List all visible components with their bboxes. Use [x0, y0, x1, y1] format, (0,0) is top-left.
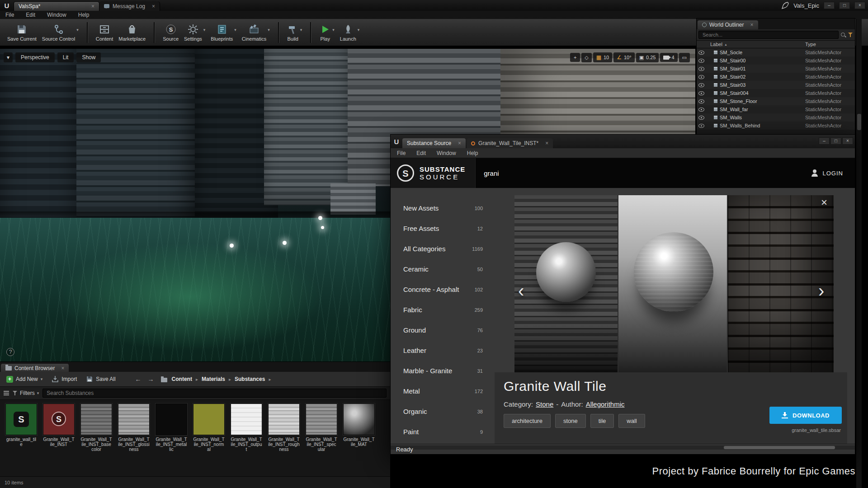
chevron-down-icon[interactable]: ▾	[203, 28, 206, 32]
tab-content-browser[interactable]: Content Browser ×	[1, 364, 69, 373]
tag-architecture[interactable]: architecture	[504, 414, 551, 428]
preview-image-center[interactable]	[618, 195, 727, 372]
eye-icon[interactable]	[698, 75, 704, 79]
login-button[interactable]: LOGIN	[811, 169, 855, 177]
menu-item-file[interactable]: File	[5, 12, 14, 18]
category-item[interactable]: Metal172	[391, 381, 491, 401]
category-item[interactable]: Ground76	[391, 320, 491, 340]
rotate-tool-button[interactable]: ◇	[581, 53, 591, 62]
close-icon[interactable]: ×	[88, 3, 94, 9]
save-current-button[interactable]: Save Current	[5, 23, 39, 42]
marketplace-button[interactable]: Marketplace	[116, 23, 148, 42]
filters-button[interactable]: Filters ▾	[13, 390, 39, 396]
tag-tile[interactable]: tile	[590, 414, 614, 428]
outliner-search-input[interactable]	[698, 31, 839, 39]
tab-world-outliner[interactable]: World Outliner ×	[698, 20, 758, 29]
preview-image-left[interactable]	[514, 195, 618, 372]
table-row[interactable]: SM_Stair03StaticMeshActor	[697, 81, 855, 89]
list-item[interactable]: Granite_Wall_Tile_INST_normal	[193, 404, 225, 473]
list-item[interactable]: Granite_Wall_Tile_INST_glossiness	[118, 404, 150, 473]
play-button[interactable]: Play ▾	[316, 23, 337, 42]
table-row[interactable]: SM_WallsStaticMeshActor	[697, 113, 855, 122]
list-item[interactable]: Sgranite_wall_tile	[5, 404, 37, 473]
chevron-down-icon[interactable]: ▾	[76, 28, 79, 32]
category-item[interactable]: Paint9	[391, 422, 491, 442]
menu-item-edit[interactable]: Edit	[416, 150, 426, 156]
view-options-icon[interactable]	[4, 391, 9, 395]
list-item[interactable]: Granite_Wall_Tile_INST_output	[231, 404, 262, 473]
list-item[interactable]: Granite_Wall_Tile_INST_specular	[306, 404, 337, 473]
breadcrumb-materials[interactable]: Materials	[200, 375, 227, 383]
build-button[interactable]: Build ▾	[284, 23, 305, 42]
table-row[interactable]: SM_Stair02StaticMeshActor	[697, 73, 855, 81]
menu-item-file[interactable]: File	[397, 150, 406, 156]
category-item[interactable]: Fabric259	[391, 300, 491, 320]
asset-search-input[interactable]	[42, 389, 387, 398]
chevron-down-icon[interactable]: ▾	[358, 28, 360, 32]
tab-message-log[interactable]: Message Log ×	[99, 1, 160, 11]
minimize-button[interactable]: –	[819, 137, 830, 145]
eye-icon[interactable]	[698, 91, 704, 95]
close-icon[interactable]: ×	[57, 365, 64, 371]
breadcrumb-substances[interactable]: Substances	[233, 375, 267, 383]
help-icon[interactable]: ?	[6, 348, 14, 356]
tab-valsspa[interactable]: ValsSpa* ×	[14, 1, 99, 11]
tab-granite-wall-tile-inst[interactable]: Granite_Wall_Tile_INST* ×	[467, 138, 553, 148]
chevron-down-icon[interactable]: ▾	[234, 28, 236, 32]
category-item[interactable]: Organic38	[391, 401, 491, 422]
launch-button[interactable]: Launch ▾	[337, 23, 363, 42]
eye-icon[interactable]	[698, 108, 704, 112]
blueprints-button[interactable]: Blueprints ▾	[208, 23, 239, 42]
outliner-filter-icon[interactable]	[848, 33, 853, 38]
menu-item-window[interactable]: Window	[437, 150, 456, 156]
show-dropdown[interactable]: Show	[76, 52, 101, 62]
save-all-button[interactable]: Save All	[82, 374, 119, 385]
grid-snap-button[interactable]: ▦ 10	[593, 52, 613, 62]
author-link[interactable]: Allegorithmic	[586, 400, 625, 408]
source-button[interactable]: S Source	[160, 23, 181, 42]
list-item[interactable]: Granite_Wall_Tile_INST_metallic	[156, 404, 187, 473]
scrollbar-thumb[interactable]	[857, 114, 861, 130]
close-button[interactable]: ×	[854, 2, 865, 9]
chevron-down-icon[interactable]: ▾	[300, 28, 302, 32]
category-item[interactable]: New Assets100	[391, 198, 491, 218]
camera-speed-button[interactable]: 4	[660, 53, 677, 62]
add-new-button[interactable]: + Add New ▾	[3, 374, 46, 385]
table-row[interactable]: SM_Stair004StaticMeshActor	[697, 89, 855, 97]
category-item[interactable]: Concrete - Asphalt102	[391, 279, 491, 300]
category-link[interactable]: Stone	[536, 400, 553, 408]
carousel-next-arrow[interactable]: ›	[818, 284, 824, 297]
list-item[interactable]: SGranite_Wall_Tile_INST	[43, 404, 75, 473]
scale-snap-button[interactable]: ▣ 0.25	[636, 53, 659, 62]
settings-button[interactable]: Settings ▾	[181, 23, 208, 42]
maximize-button[interactable]: □	[839, 2, 850, 9]
close-icon[interactable]: ×	[148, 3, 155, 9]
category-item[interactable]: Free Assets12	[391, 218, 491, 239]
back-button[interactable]: ←	[133, 375, 144, 384]
table-row[interactable]: SM_Walls_BehindStaticMeshActor	[697, 122, 855, 130]
perspective-dropdown[interactable]: Perspective	[15, 52, 55, 62]
import-button[interactable]: Import	[48, 374, 80, 385]
rotation-snap-button[interactable]: ∠ 10°	[613, 52, 634, 62]
category-item[interactable]: Marble - Granite31	[391, 361, 491, 381]
download-button[interactable]: DOWNLOAD	[769, 407, 842, 424]
list-item[interactable]: Granite_Wall_Tile_INST_basecolor	[80, 404, 112, 473]
scrollbar-thumb[interactable]	[724, 446, 835, 449]
content-button[interactable]: Content	[93, 23, 116, 42]
lit-dropdown[interactable]: Lit	[57, 52, 74, 62]
eye-icon[interactable]	[698, 59, 704, 63]
maximize-viewport-button[interactable]: ▭	[679, 53, 690, 62]
substance-window-titlebar[interactable]: U Substance Source × Granite_Wall_Tile_I…	[391, 135, 855, 148]
column-header-label[interactable]: Label ▲	[697, 42, 727, 47]
close-icon[interactable]: ×	[454, 140, 461, 146]
close-icon[interactable]: ×	[542, 140, 548, 146]
table-row[interactable]: SM_SocleStaticMeshActor	[697, 48, 855, 56]
category-item[interactable]: All Categories1169	[391, 239, 491, 259]
category-item[interactable]: Ceramic50	[391, 259, 491, 279]
menu-item-help[interactable]: Help	[78, 12, 90, 18]
maximize-button[interactable]: □	[830, 137, 841, 145]
viewport-options-button[interactable]: ▾	[4, 52, 13, 62]
menu-item-edit[interactable]: Edit	[26, 12, 35, 18]
eye-icon[interactable]	[698, 51, 704, 55]
tag-wall[interactable]: wall	[618, 414, 645, 428]
